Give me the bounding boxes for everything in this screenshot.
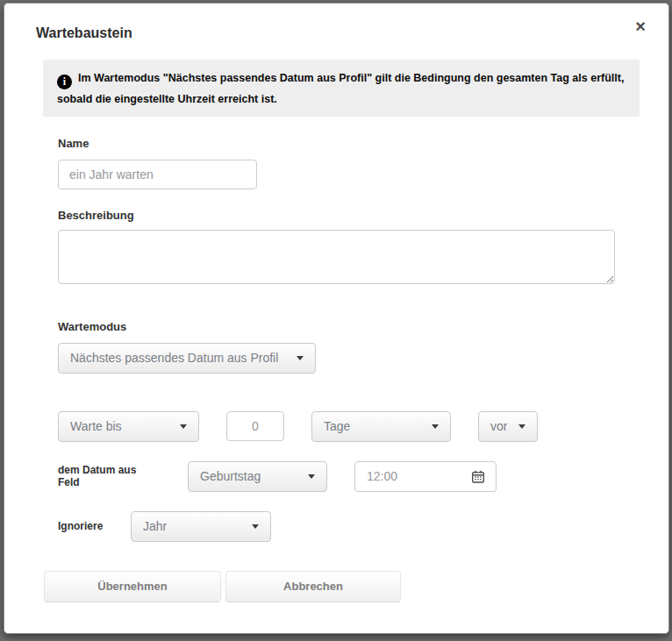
offset-input[interactable] [226,411,284,441]
wait-mode-label: Wartemodus [58,320,668,333]
wait-until-selected: Warte bis [70,419,122,433]
direction-selected: vor [490,419,507,433]
description-label: Beschreibung [58,209,668,222]
date-field-dropdown[interactable]: Geburtstag [188,461,327,492]
chevron-down-icon [252,524,259,529]
time-field [354,461,497,492]
wait-module-form: Name Beschreibung Wartemodus Nächstes pa… [58,137,668,542]
date-field-row: dem Datum aus Feld Geburtstag [58,461,668,492]
time-input[interactable] [355,462,471,491]
close-icon[interactable]: × [632,16,649,37]
dialog-title: Wartebaustein [36,25,668,41]
name-label: Name [58,137,668,150]
info-banner-text: Im Wartemodus "Nächstes passendes Datum … [57,72,624,105]
ignore-label: Ignoriere [58,520,104,532]
ignore-dropdown[interactable]: Jahr [131,511,271,542]
unit-dropdown[interactable]: Tage [311,411,451,442]
date-field-selected: Geburtstag [200,469,261,483]
chevron-down-icon [518,424,525,429]
chevron-down-icon [180,424,187,429]
info-banner: iIm Wartemodus "Nächstes passendes Datum… [43,60,640,117]
wait-mode-dropdown[interactable]: Nächstes passendes Datum aus Profil [58,343,316,374]
chevron-down-icon [297,356,304,360]
date-field-label: dem Datum aus Feld [58,464,161,488]
info-icon: i [57,75,72,89]
unit-selected: Tage [324,419,350,433]
cancel-button[interactable]: Abbrechen [225,571,401,602]
calendar-icon[interactable] [471,470,485,483]
wait-condition-row: Warte bis Tage vor [58,411,668,442]
chevron-down-icon [432,424,439,429]
wait-until-dropdown[interactable]: Warte bis [58,411,199,442]
description-textarea[interactable] [58,230,615,284]
chevron-down-icon [308,474,315,479]
direction-dropdown[interactable]: vor [478,411,538,442]
apply-button[interactable]: Übernehmen [44,571,221,602]
dialog-footer: Übernehmen Abbrechen [44,571,668,602]
name-input[interactable] [58,160,257,189]
wait-module-dialog: × Wartebaustein iIm Wartemodus "Nächstes… [4,3,669,634]
wait-mode-selected: Nächstes passendes Datum aus Profil [70,351,278,365]
ignore-row: Ignoriere Jahr [58,511,668,542]
ignore-selected: Jahr [143,519,167,533]
